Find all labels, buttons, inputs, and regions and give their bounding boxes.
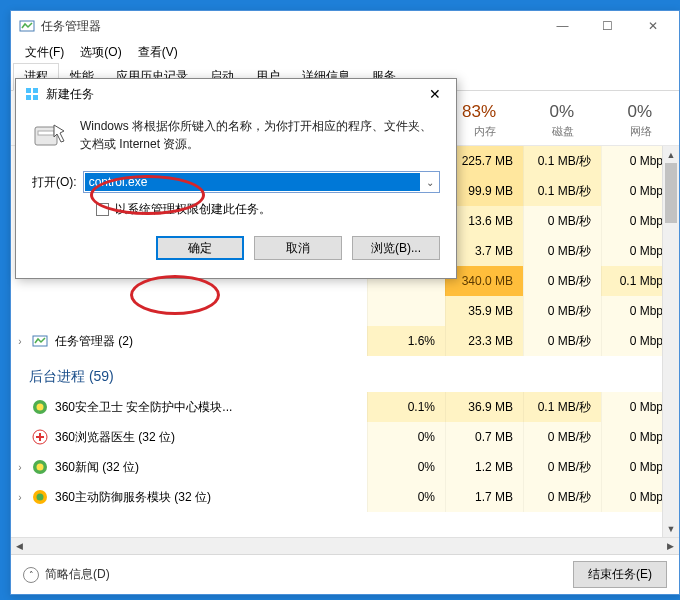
svg-point-10 — [37, 494, 44, 501]
dialog-description: Windows 将根据你所键入的名称，为你打开相应的程序、文件夹、文档或 Int… — [80, 117, 440, 153]
cell-disk: 0 MB/秒 — [523, 482, 601, 512]
admin-checkbox[interactable] — [96, 203, 109, 216]
expand-icon[interactable]: › — [11, 492, 29, 503]
cell-disk: 0 MB/秒 — [523, 326, 601, 356]
svg-rect-6 — [36, 436, 44, 438]
titlebar[interactable]: 任务管理器 — ☐ ✕ — [11, 11, 679, 41]
task-manager-icon — [19, 18, 35, 34]
process-icon — [31, 458, 49, 476]
scroll-track[interactable] — [663, 163, 679, 520]
cell-disk: 0.1 MB/秒 — [523, 392, 601, 422]
svg-rect-14 — [33, 95, 38, 100]
cell-cpu: 0.1% — [367, 392, 445, 422]
cell-disk: 0 MB/秒 — [523, 296, 601, 326]
table-row[interactable]: 360安全卫士 安全防护中心模块...0.1%36.9 MB0.1 MB/秒0 … — [11, 392, 679, 422]
open-label: 打开(O): — [32, 174, 77, 191]
cell-mem: 1.2 MB — [445, 452, 523, 482]
svg-rect-12 — [33, 88, 38, 93]
cell-disk: 0.1 MB/秒 — [523, 176, 601, 206]
cell-mem: 23.3 MB — [445, 326, 523, 356]
process-icon — [31, 302, 49, 320]
cell-cpu — [367, 296, 445, 326]
dialog-title: 新建任务 — [46, 86, 420, 103]
dropdown-icon[interactable]: ⌄ — [421, 177, 439, 188]
cell-cpu: 0% — [367, 422, 445, 452]
svg-rect-13 — [26, 95, 31, 100]
table-row[interactable]: ›任务管理器 (2)1.6%23.3 MB0 MB/秒0 Mbps — [11, 326, 679, 356]
footer: ˄ 简略信息(D) 结束任务(E) — [11, 554, 679, 594]
menubar: 文件(F) 选项(O) 查看(V) — [11, 41, 679, 63]
cell-disk: 0 MB/秒 — [523, 266, 601, 296]
fewer-details-button[interactable]: ˄ 简略信息(D) — [23, 566, 573, 583]
cell-mem: 0.7 MB — [445, 422, 523, 452]
table-row[interactable]: 35.9 MB0 MB/秒0 Mbps — [11, 296, 679, 326]
cell-mem: 35.9 MB — [445, 296, 523, 326]
menu-options[interactable]: 选项(O) — [72, 42, 129, 63]
dialog-app-icon — [24, 86, 40, 102]
menu-file[interactable]: 文件(F) — [17, 42, 72, 63]
open-input[interactable]: control.exe ⌄ — [83, 171, 440, 193]
end-task-button[interactable]: 结束任务(E) — [573, 561, 667, 588]
cell-disk: 0 MB/秒 — [523, 236, 601, 266]
cell-disk: 0.1 MB/秒 — [523, 146, 601, 176]
section-background-processes: 后台进程 (59) — [11, 356, 679, 392]
scroll-right-icon[interactable]: ▶ — [662, 538, 679, 554]
new-task-dialog: 新建任务 ✕ Windows 将根据你所键入的名称，为你打开相应的程序、文件夹、… — [15, 78, 457, 279]
browse-button[interactable]: 浏览(B)... — [352, 236, 440, 260]
col-disk[interactable]: 0% 磁盘 — [506, 102, 584, 145]
cell-cpu: 0% — [367, 452, 445, 482]
run-icon — [32, 117, 68, 153]
expand-icon[interactable]: › — [11, 462, 29, 473]
maximize-button[interactable]: ☐ — [585, 12, 630, 41]
col-network[interactable]: 0% 网络 — [584, 102, 662, 145]
table-row[interactable]: 360浏览器医生 (32 位)0%0.7 MB0 MB/秒0 Mbps — [11, 422, 679, 452]
svg-point-8 — [37, 464, 44, 471]
scroll-down-icon[interactable]: ▼ — [663, 520, 679, 537]
window-title: 任务管理器 — [41, 18, 540, 35]
process-name: 360新闻 (32 位) — [55, 459, 367, 476]
cancel-button[interactable]: 取消 — [254, 236, 342, 260]
scroll-up-icon[interactable]: ▲ — [663, 146, 679, 163]
scrollbar-vertical[interactable]: ▲ ▼ — [662, 146, 679, 537]
process-name: 任务管理器 (2) — [55, 333, 367, 350]
cell-cpu: 0% — [367, 482, 445, 512]
cell-mem: 36.9 MB — [445, 392, 523, 422]
dialog-titlebar[interactable]: 新建任务 ✕ — [16, 79, 456, 109]
menu-view[interactable]: 查看(V) — [130, 42, 186, 63]
table-row[interactable]: ›360新闻 (32 位)0%1.2 MB0 MB/秒0 Mbps — [11, 452, 679, 482]
cell-mem: 1.7 MB — [445, 482, 523, 512]
minimize-button[interactable]: — — [540, 12, 585, 41]
expand-icon[interactable]: › — [11, 336, 29, 347]
process-icon — [31, 398, 49, 416]
ok-button[interactable]: 确定 — [156, 236, 244, 260]
process-name: 360主动防御服务模块 (32 位) — [55, 489, 367, 506]
process-icon — [31, 488, 49, 506]
cell-disk: 0 MB/秒 — [523, 206, 601, 236]
svg-rect-16 — [38, 131, 54, 135]
scroll-left-icon[interactable]: ◀ — [11, 538, 28, 554]
table-row[interactable]: ›360主动防御服务模块 (32 位)0%1.7 MB0 MB/秒0 Mbps — [11, 482, 679, 512]
cell-cpu: 1.6% — [367, 326, 445, 356]
admin-label: 以系统管理权限创建此任务。 — [115, 201, 271, 218]
close-button[interactable]: ✕ — [630, 12, 675, 41]
dialog-close-button[interactable]: ✕ — [420, 82, 450, 106]
svg-point-3 — [37, 404, 44, 411]
svg-rect-11 — [26, 88, 31, 93]
scroll-thumb[interactable] — [665, 163, 677, 223]
cell-disk: 0 MB/秒 — [523, 452, 601, 482]
open-input-value[interactable]: control.exe — [85, 173, 420, 191]
scrollbar-horizontal[interactable]: ◀ ▶ — [11, 537, 679, 554]
process-name: 360浏览器医生 (32 位) — [55, 429, 367, 446]
process-icon — [31, 428, 49, 446]
process-icon — [31, 332, 49, 350]
process-name: 360安全卫士 安全防护中心模块... — [55, 399, 367, 416]
cell-disk: 0 MB/秒 — [523, 422, 601, 452]
chevron-up-icon: ˄ — [23, 567, 39, 583]
